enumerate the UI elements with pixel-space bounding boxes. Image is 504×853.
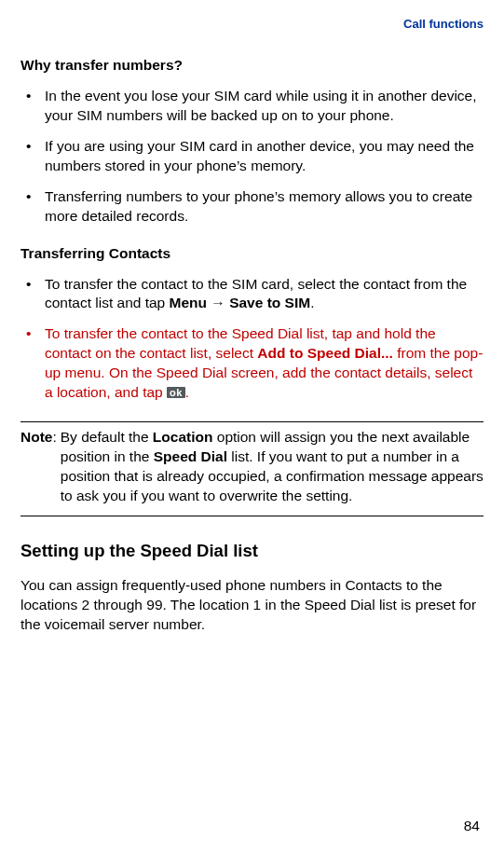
text: . xyxy=(310,295,314,310)
document-page: Call functions Why transfer numbers? In … xyxy=(0,0,504,635)
bold-text: Speed Dial xyxy=(154,448,227,464)
transferring-contacts-list: To transfer the contact to the SIM card,… xyxy=(20,275,484,404)
list-item: In the event you lose your SIM card whil… xyxy=(20,87,484,126)
paragraph: You can assign frequently-used phone num… xyxy=(20,576,484,635)
list-item: Transferring numbers to your phone’s mem… xyxy=(20,187,484,227)
text: . xyxy=(185,384,189,400)
list-item: If you are using your SIM card in anothe… xyxy=(20,137,484,176)
bold-text: Add to Speed Dial... xyxy=(257,345,393,361)
divider xyxy=(20,421,484,422)
section-header-link[interactable]: Call functions xyxy=(20,17,484,31)
text: By default the xyxy=(61,429,153,445)
heading-speed-dial: Setting up the Speed Dial list xyxy=(20,541,484,561)
list-item: To transfer the contact to the SIM card,… xyxy=(20,275,484,314)
page-number: 84 xyxy=(464,818,480,834)
heading-transferring-contacts: Transferring Contacts xyxy=(20,245,484,262)
text: → xyxy=(207,295,229,310)
divider xyxy=(20,516,484,516)
bold-text: Save to SIM xyxy=(229,295,310,310)
why-transfer-list: In the event you lose your SIM card whil… xyxy=(20,87,484,227)
bold-text: Menu xyxy=(170,295,207,310)
ok-icon: ok xyxy=(167,387,185,398)
heading-why-transfer: Why transfer numbers? xyxy=(20,57,484,74)
list-item-highlighted: To transfer the contact to the Speed Dia… xyxy=(20,324,484,403)
bold-text: Location xyxy=(153,429,213,445)
note-block: Note: By default the Location option wil… xyxy=(20,428,484,506)
note-label: Note xyxy=(20,429,52,445)
